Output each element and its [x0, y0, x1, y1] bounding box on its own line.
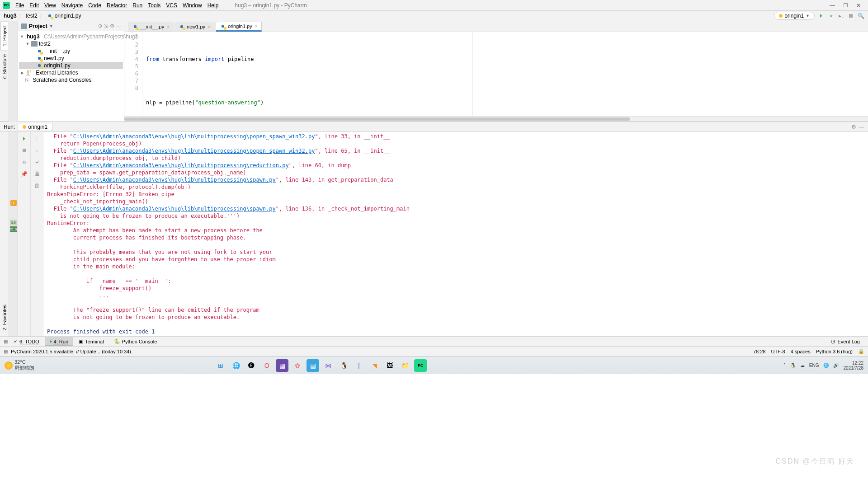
- maximize-icon[interactable]: ☐: [843, 2, 848, 9]
- qq-icon[interactable]: 🐧: [337, 359, 350, 372]
- debug-button[interactable]: ⌖: [827, 12, 835, 19]
- tool-menu-icon[interactable]: ▦: [4, 338, 8, 344]
- close-icon[interactable]: ✕: [856, 2, 861, 9]
- tab-python-console[interactable]: 🐍 Python Console: [109, 338, 162, 345]
- hide-icon[interactable]: —: [859, 124, 864, 130]
- code-area[interactable]: 12345678 from transformers import pipeli…: [124, 32, 868, 116]
- breadcrumb-folder[interactable]: test2: [26, 13, 38, 19]
- tool-tab-structure[interactable]: 7: Structure: [0, 50, 9, 84]
- run-tab[interactable]: oringin1: [18, 123, 52, 131]
- horizontal-scrollbar[interactable]: [124, 116, 868, 122]
- menu-window[interactable]: Window: [180, 1, 205, 9]
- start-button[interactable]: ⊞: [214, 359, 227, 372]
- taskbar-weather[interactable]: 32°C局部晴朗: [5, 359, 34, 371]
- app-icon[interactable]: ◥: [368, 359, 381, 372]
- menu-help[interactable]: Help: [205, 1, 222, 9]
- print-button[interactable]: 🖶: [34, 171, 40, 177]
- tray-network-icon[interactable]: 🌐: [823, 363, 829, 368]
- menu-file[interactable]: File: [13, 1, 27, 9]
- pictures-icon[interactable]: 🖼: [383, 359, 396, 372]
- app-icon[interactable]: ✿: [291, 359, 304, 372]
- coverage-button[interactable]: ▸.: [837, 12, 844, 19]
- status-update[interactable]: PyCharm 2020.1.5 available: // Update...…: [11, 349, 131, 354]
- opera-icon[interactable]: O: [260, 359, 273, 372]
- locate-icon[interactable]: ⊕: [98, 23, 102, 29]
- close-tab-icon[interactable]: ×: [255, 24, 258, 29]
- menu-vcs[interactable]: VCS: [163, 1, 180, 9]
- python-interpreter[interactable]: Python 3.6 (hug): [816, 349, 853, 354]
- stack-trace-link[interactable]: C:\Users\Admin\anaconda3\envs\hug\lib\mu…: [73, 133, 315, 140]
- menu-code[interactable]: Code: [85, 1, 104, 9]
- menu-view[interactable]: View: [42, 1, 59, 9]
- stop-button[interactable]: [847, 12, 854, 19]
- stack-trace-link[interactable]: C:\Users\Admin\anaconda3\envs\hug\lib\mu…: [73, 162, 289, 169]
- tree-file[interactable]: new1.py: [19, 55, 123, 62]
- tab-todo[interactable]: ✓ 6: TODO: [9, 338, 44, 345]
- stack-trace-link[interactable]: C:\Users\Admin\anaconda3\envs\hug\lib\mu…: [73, 206, 276, 212]
- gear-icon[interactable]: ⚙: [851, 124, 856, 130]
- search-everywhere-icon[interactable]: 🔍: [857, 12, 864, 19]
- up-button[interactable]: ↑: [36, 136, 38, 142]
- run-config-selector[interactable]: oringin1 ▼: [774, 12, 815, 20]
- tray-app-icon[interactable]: 🐧: [790, 363, 796, 368]
- tray-chevron-icon[interactable]: ˄: [783, 363, 786, 368]
- gear-icon[interactable]: ⚙: [110, 23, 114, 29]
- tool-tab-favorites[interactable]: 2: Favorites: [0, 300, 9, 334]
- stop-button[interactable]: [23, 147, 26, 154]
- app-icon[interactable]: ʃ: [353, 359, 365, 372]
- chevron-down-icon[interactable]: ▼: [49, 24, 53, 28]
- close-tab-icon[interactable]: ×: [167, 24, 170, 29]
- soft-wrap-button[interactable]: ⤶: [35, 159, 39, 165]
- menu-refactor[interactable]: Refactor: [104, 1, 130, 9]
- breadcrumb-file[interactable]: oringin1.py: [55, 13, 81, 19]
- indent-setting[interactable]: 4 spaces: [791, 349, 811, 354]
- menu-navigate[interactable]: Navigate: [59, 1, 85, 9]
- clear-button[interactable]: 🗑: [34, 183, 40, 189]
- tab-run[interactable]: 4: Run: [45, 338, 73, 346]
- status-menu-icon[interactable]: ▦: [4, 348, 8, 354]
- tab-event-log[interactable]: ◷ Event Log: [826, 338, 864, 345]
- close-tab-icon[interactable]: ×: [208, 24, 211, 29]
- edge-icon[interactable]: 🅔: [245, 359, 258, 372]
- stack-trace-link[interactable]: C:\Users\Admin\anaconda3\envs\hug\lib\mu…: [73, 148, 315, 154]
- editor-tab[interactable]: __init__.py×: [128, 22, 174, 32]
- tree-file[interactable]: __init__.py: [19, 47, 123, 55]
- tab-terminal[interactable]: ▣ Terminal: [74, 338, 108, 345]
- tool-tab-project[interactable]: 1: Project: [0, 21, 8, 50]
- config-dot-icon: [23, 125, 26, 129]
- stack-trace-link[interactable]: C:\Users\Admin\anaconda3\envs\hug\lib\mu…: [73, 177, 276, 183]
- menu-edit[interactable]: Edit: [27, 1, 42, 9]
- down-button[interactable]: ↓: [36, 147, 38, 154]
- menu-run[interactable]: Run: [130, 1, 145, 9]
- menu-tools[interactable]: Tools: [145, 1, 163, 9]
- lock-icon[interactable]: 🔒: [858, 348, 864, 354]
- run-toolbar-secondary: ↑ ↓ ⤶ 🖶 🗑: [31, 132, 43, 336]
- editor-tab[interactable]: new1.py×: [175, 22, 215, 32]
- run-button[interactable]: [817, 12, 825, 19]
- app-icon[interactable]: ▦: [276, 359, 288, 372]
- tray-cloud-icon[interactable]: ☁: [800, 363, 805, 368]
- tray-ime[interactable]: ENG: [809, 363, 819, 368]
- minimize-icon[interactable]: —: [830, 2, 835, 9]
- explorer-icon[interactable]: 📁: [399, 359, 411, 372]
- caret-position[interactable]: 78:28: [753, 349, 766, 354]
- project-tree[interactable]: ▼hug3 C:\Users\Admin\PycharmProjects\hug…: [18, 31, 124, 85]
- expand-icon[interactable]: ⇲: [104, 23, 108, 29]
- file-encoding[interactable]: UTF-8: [771, 349, 785, 354]
- vscode-icon[interactable]: ⋈: [322, 359, 335, 372]
- console-output[interactable]: File "C:\Users\Admin\anaconda3\envs\hug\…: [43, 132, 868, 336]
- tray-volume-icon[interactable]: 🔊: [833, 363, 839, 368]
- chrome-icon[interactable]: 🌐: [230, 359, 242, 372]
- tray-date[interactable]: 2021/7/28: [843, 366, 863, 371]
- breadcrumb-root[interactable]: hug3: [4, 13, 17, 19]
- editor-tab-active[interactable]: oringin1.py×: [216, 22, 262, 32]
- exit-button[interactable]: ⎋: [23, 159, 26, 165]
- tray-time[interactable]: 12:22: [843, 361, 863, 366]
- app-icon[interactable]: ▤: [307, 359, 319, 372]
- pycharm-taskbar-icon[interactable]: PC: [414, 359, 427, 372]
- hide-icon[interactable]: —: [116, 23, 121, 29]
- tree-file-selected[interactable]: oringin1.py: [19, 62, 123, 69]
- navigation-bar: hug3〉 test2〉 oringin1.py oringin1 ▼ ⌖ ▸.…: [0, 11, 868, 21]
- rerun-button[interactable]: [23, 136, 25, 142]
- pin-button[interactable]: 📌: [21, 171, 28, 177]
